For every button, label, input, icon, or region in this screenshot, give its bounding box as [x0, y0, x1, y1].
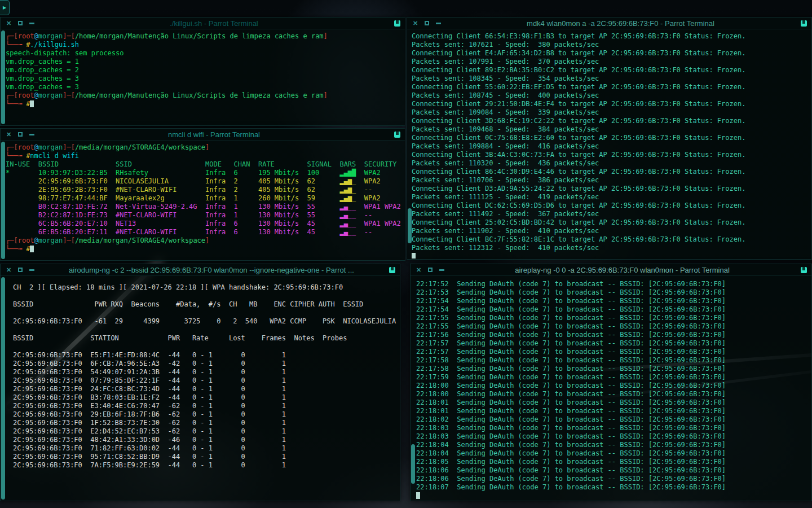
station-table-row: 2C:95:69:6B:73:F0 E2:D4:52:EC:B7:53 -62 … — [13, 427, 399, 436]
panel-arrow-icon: ▶ — [3, 5, 6, 10]
wifi-table-row: 2C:95:69:6B:73:F0 NICOLASEJULIA Infra 2 … — [6, 177, 404, 186]
mdk4-packets-line: Packets sent: 108345 - Speed: 354 packet… — [412, 75, 811, 83]
prompt-line: ┌─[root@morgan]─[/media/morgan/STORAGE4/… — [6, 143, 404, 152]
titlebar-nmcli[interactable]: ✕ nmcli d wifi - Parrot Terminal — [1, 129, 405, 141]
mdk4-client-line: Connecting Client 66:54:E3:98:F1:B3 to t… — [412, 32, 811, 41]
terminal-content-mdk4[interactable]: Connecting Client 66:54:E3:98:F1:B3 to t… — [407, 30, 811, 259]
deauth-line: 22:17:53 Sending DeAuth (code 7) to broa… — [416, 288, 811, 297]
wifi-table-row: 98:77:E7:47:44:BF Mayaraalex2g Infra 1 2… — [6, 194, 404, 203]
window-title: mdk4 wlan0mon a -a 2C:95:69:6B:73:F0 - P… — [447, 19, 795, 28]
deauth-line: 22:18:03 Sending DeAuth (code 7) to broa… — [416, 432, 811, 441]
terminal-content-killgui[interactable]: ┌─[root@morgan]─[/home/morgan/Manutenção… — [1, 30, 404, 125]
command-line: └──╼ # — [6, 245, 404, 253]
mdk4-client-line: Connecting Client 3B:4A:C3:0C:73:FA to t… — [412, 151, 811, 159]
deauth-line: 22:17:52 Sending DeAuth (code 7) to broa… — [416, 280, 811, 288]
close-icon[interactable]: ✕ — [6, 20, 11, 27]
close-icon[interactable]: ✕ — [416, 267, 421, 273]
mdk4-packets-line: Packets sent: 107621 - Speed: 380 packet… — [412, 41, 811, 49]
mdk4-packets-line: Packets sent: 110706 - Speed: 386 packet… — [412, 176, 811, 185]
mdk4-packets-line: Packets sent: 112312 - Speed: 410 packet… — [412, 244, 811, 252]
mdk4-client-line: Connecting Client 86:4C:30:D9:E4:46 to t… — [412, 168, 811, 176]
deauth-line: 22:17:57 Sending DeAuth (code 7) to broa… — [416, 339, 811, 348]
maximize-icon[interactable] — [18, 132, 23, 137]
mdk4-packets-line: Packets sent: 111902 - Speed: 410 packet… — [412, 227, 811, 235]
output-line: vm.drop_caches = 2 — [6, 66, 404, 75]
station-table-row: 2C:95:69:6B:73:F0 71:82:FF:63:D0:02 -44 … — [13, 444, 399, 453]
deauth-line: 22:17:55 Sending DeAuth (code 7) to broa… — [416, 314, 811, 322]
mdk4-packets-line: Packets sent: 109468 - Speed: 384 packet… — [412, 125, 811, 134]
prompt-line: ┌─[root@morgan]─[/home/morgan/Manutenção… — [6, 91, 404, 100]
minimize-icon[interactable] — [439, 269, 444, 271]
ap-table-row: 2C:95:69:6B:73:F0 -61 29 4399 3725 0 2 5… — [13, 317, 399, 326]
station-table-row: 2C:95:69:6B:73:F0 1F:52:B8:73:7E:30 -62 … — [13, 419, 399, 427]
station-table-header: BSSID STATION PWR Rate Lost Frames Notes… — [13, 334, 399, 343]
mdk4-client-line: Connecting Client 25:02:C5:BD:BD:42 to t… — [412, 218, 811, 227]
minimize-icon[interactable] — [29, 269, 34, 271]
close-icon[interactable]: ✕ — [6, 132, 11, 138]
output-line: vm.drop_caches = 1 — [6, 58, 404, 66]
panel-toggle-button[interactable]: ▶ — [0, 0, 10, 15]
close-icon[interactable]: ✕ — [413, 20, 418, 27]
terminal-window-killgui: ✕ ./killgui.sh - Parrot Terminal ┌─[root… — [0, 17, 405, 126]
wifi-table-row: 6C:B5:6B:20:E7:10 NET13 Infra 6 130 Mbit… — [6, 220, 404, 228]
maximize-icon[interactable] — [18, 21, 23, 25]
station-table-row: 2C:95:69:6B:73:F0 24:FC:C8:BC:73:4D -44 … — [13, 385, 399, 393]
blank-line — [13, 343, 399, 351]
maximize-icon[interactable] — [18, 268, 23, 272]
titlebar-mdk4[interactable]: ✕ mdk4 wlan0mon a -a 2C:95:69:6B:73:F0 -… — [407, 17, 811, 29]
mdk4-client-line: Connecting Client 3D:68:FC:19:C2:22 to t… — [412, 117, 811, 125]
terminal-tab-icon[interactable] — [801, 267, 807, 273]
minimize-icon[interactable] — [29, 134, 34, 135]
station-table-row: 2C:95:69:6B:73:F0 7A:F5:9B:E9:2E:59 -44 … — [13, 461, 399, 470]
terminal-content-nmcli[interactable]: ┌─[root@morgan]─[/media/morgan/STORAGE4/… — [1, 141, 404, 260]
wifi-table-row: B2:C2:87:1D:FE:73 #NET-CLARO-WIFI Infra … — [6, 211, 404, 220]
titlebar-killgui[interactable]: ✕ ./killgui.sh - Parrot Terminal — [1, 17, 405, 29]
terminal-cursor — [412, 253, 416, 259]
deauth-line: 22:18:00 Sending DeAuth (code 7) to broa… — [416, 382, 811, 390]
wifi-table-row: 2E:95:69:2B:73:F0 #NET-CLARO-WIFI Infra … — [6, 186, 404, 194]
terminal-tab-icon[interactable] — [801, 20, 807, 27]
mdk4-packets-line: Packets sent: 109084 - Speed: 339 packet… — [412, 108, 811, 117]
terminal-tab-icon[interactable] — [394, 132, 400, 138]
wifi-table-row: B0:C2:87:1D:FE:72 Net-Virtua-5249-2.4G I… — [6, 203, 404, 211]
terminal-window-aireplay: ✕ aireplay-ng -0 0 -a 2C:95:69:6B:73:F0 … — [410, 264, 812, 501]
minimize-icon[interactable] — [29, 23, 34, 24]
command-line: └──╼ # — [6, 100, 404, 108]
close-icon[interactable]: ✕ — [6, 267, 11, 273]
mdk4-client-line: Connecting Client BC:7F:55:82:8E:1C to t… — [412, 235, 811, 244]
wifi-table-row: 6E:B5:6B:20:E7:11 #NET-CLARO-WIFI Infra … — [6, 228, 404, 237]
mdk4-packets-line: Packets sent: 111492 - Speed: 367 packet… — [412, 210, 811, 218]
minimize-icon[interactable] — [436, 23, 441, 24]
station-table-row: 2C:95:69:6B:73:F0 95:71:C8:52:BB:D9 -44 … — [13, 453, 399, 461]
wifi-table-header: IN-USE BSSID SSID MODE CHAN RATE SIGNAL … — [6, 160, 404, 169]
deauth-line: 22:17:59 Sending DeAuth (code 7) to broa… — [416, 373, 811, 382]
terminal-content-aireplay[interactable]: 22:17:52 Sending DeAuth (code 7) to broa… — [411, 277, 811, 500]
command-line: └──╼ #./killgui.sh — [6, 41, 404, 49]
deauth-line: 22:18:07 Sending DeAuth (code 7) to broa… — [416, 483, 811, 492]
window-title: aireplay-ng -0 0 -a 2C:95:69:6B:73:F0 wl… — [450, 266, 795, 274]
terminal-content-airodump[interactable]: CH 2 ][ Elapsed: 18 mins ][ 2021-07-26 2… — [1, 277, 399, 500]
deauth-line: 22:18:06 Sending DeAuth (code 7) to broa… — [416, 466, 811, 475]
mdk4-client-line: Connecting Client 89:E2:BA:35:B0:C2 to t… — [412, 66, 811, 75]
mdk4-client-line: Connecting Client 29:21:50:DB:4E:F4 to t… — [412, 100, 811, 108]
window-title: ./killgui.sh - Parrot Terminal — [40, 19, 388, 28]
blank-line — [13, 292, 399, 300]
deauth-line: 22:17:55 Sending DeAuth (code 7) to broa… — [416, 322, 811, 331]
terminal-tab-icon[interactable] — [389, 267, 395, 273]
maximize-icon[interactable] — [425, 21, 429, 25]
deauth-line: 22:17:54 Sending DeAuth (code 7) to broa… — [416, 297, 811, 305]
window-title: airodump-ng -c 2 --bssid 2C:95:69:6B:73:… — [40, 266, 383, 274]
wifi-table-row: * 10:93:97:D3:22:B5 RHsafety Infra 6 195… — [6, 169, 404, 177]
deauth-line: 22:18:03 Sending DeAuth (code 7) to broa… — [416, 424, 811, 432]
mdk4-packets-line: Packets sent: 109884 - Speed: 416 packet… — [412, 142, 811, 151]
titlebar-airodump[interactable]: ✕ airodump-ng -c 2 --bssid 2C:95:69:6B:7… — [1, 264, 400, 276]
maximize-icon[interactable] — [428, 268, 433, 272]
station-table-row: 2C:95:69:6B:73:F0 E3:40:4E:C6:70:47 -62 … — [13, 402, 399, 410]
mdk4-client-line: Connecting Client DC:62:C5:69:D5:D6 to t… — [412, 202, 811, 210]
terminal-tab-icon[interactable] — [394, 20, 400, 27]
station-table-row: 2C:95:69:6B:73:F0 29:EB:6F:18:7F:B6 -62 … — [13, 410, 399, 419]
station-table-row: 2C:95:69:6B:73:F0 E5:F1:4E:FD:88:4C -44 … — [13, 351, 399, 360]
deauth-line: 22:17:56 Sending DeAuth (code 7) to broa… — [416, 331, 811, 339]
mdk4-client-line: Connecting Client 0C:75:68:E8:E2:60 to t… — [412, 134, 811, 142]
titlebar-aireplay[interactable]: ✕ aireplay-ng -0 0 -a 2C:95:69:6B:73:F0 … — [411, 264, 811, 276]
